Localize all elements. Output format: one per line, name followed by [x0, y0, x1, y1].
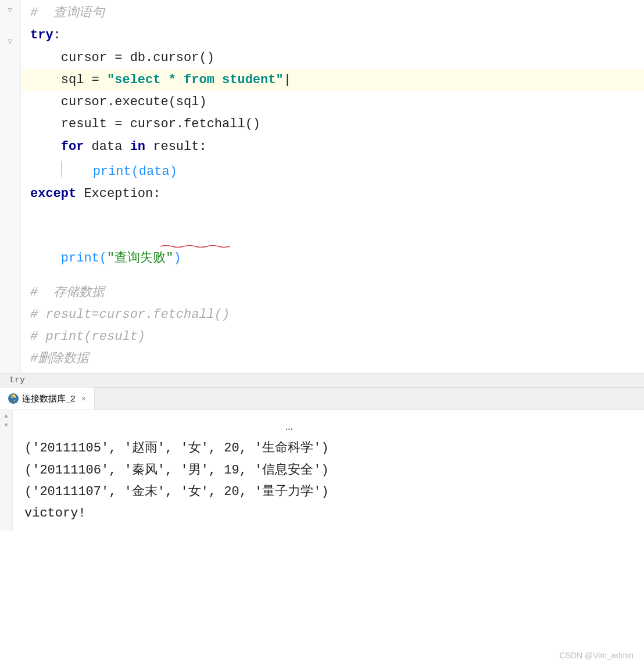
- comment-store-text: # 存储数据: [30, 282, 105, 303]
- kw-in: in: [130, 137, 145, 157]
- output-scroll-gutter: ▲ ▼: [0, 410, 13, 530]
- comment-query-text: # 查询语句: [30, 3, 105, 24]
- wavy-underline: [160, 184, 237, 247]
- kw-try: try: [30, 25, 53, 46]
- comment-print-text: # print(result): [30, 327, 145, 347]
- comment-delete-text: #删除数据: [30, 349, 89, 370]
- indent-1d: [30, 114, 61, 135]
- indent-bar: [61, 161, 62, 177]
- colon-try: :: [53, 25, 61, 46]
- kw-for: for: [61, 137, 84, 157]
- except-class: Exception:: [76, 184, 160, 205]
- tab-close-btn[interactable]: ×: [81, 394, 86, 403]
- python-icon: [8, 393, 19, 404]
- scroll-up-icon[interactable]: ▲: [4, 413, 8, 419]
- line-except: except Exception:: [30, 183, 644, 248]
- svg-point-1: [12, 396, 13, 397]
- indent-1f: [30, 248, 61, 269]
- comment-fetchall-text: # result=cursor.fetchall(): [30, 304, 230, 325]
- output-content-area: ▲ ▼ … ('20111105', '赵雨', '女', 20, '生命科学'…: [0, 410, 644, 530]
- for-result: result:: [145, 137, 207, 157]
- line-comment-print: # print(result): [30, 326, 644, 348]
- output-text: … ('20111105', '赵雨', '女', 20, '生命科学') ('…: [13, 410, 644, 530]
- scroll-down-icon[interactable]: ▼: [4, 422, 8, 429]
- output-line-3: ('20111107', '金末', '女', 20, '量子力学'): [24, 481, 632, 503]
- execute-text: cursor.execute(sql): [61, 92, 207, 113]
- watermark: CSDN @Vim_admin: [559, 651, 634, 660]
- output-line-2: ('20111106', '秦风', '男', 19, '信息安全'): [24, 460, 632, 481]
- output-panel: 连接数据库_2 × ▲ ▼ … ('20111105', '赵雨', '女', …: [0, 388, 644, 530]
- line-execute: cursor.execute(sql): [30, 91, 644, 113]
- svg-point-2: [14, 400, 15, 401]
- output-line-victory: victory!: [24, 503, 632, 524]
- line-sql-assign: sql = "select * from student"|: [21, 69, 644, 91]
- section-gap-1: [30, 270, 644, 282]
- line-fetchall: result = cursor.fetchall(): [30, 113, 644, 135]
- app-container: ▽ ▽ # 查询语句 try: cursor = db.cursor() s: [0, 0, 644, 667]
- indent-1a: [30, 48, 61, 69]
- sql-assign-normal: sql =: [61, 70, 107, 91]
- output-line-partial: …: [24, 416, 632, 438]
- indent-1c: [30, 92, 61, 113]
- code-editor[interactable]: # 查询语句 try: cursor = db.cursor() sql = "…: [21, 0, 644, 373]
- cursor-caret: |: [284, 70, 291, 91]
- left-gutter: ▽ ▽: [0, 0, 21, 373]
- tab-name: 连接数据库_2: [22, 393, 76, 404]
- fetchall-text: result = cursor.fetchall(): [61, 114, 260, 135]
- line-comment-delete: #删除数据: [30, 348, 644, 370]
- cursor-assign-text: cursor = db.cursor(): [61, 48, 214, 69]
- indent-2b: [62, 162, 93, 182]
- indent-2a: [30, 162, 61, 182]
- status-bar: try: [0, 373, 644, 388]
- line-comment-query: # 查询语句: [30, 2, 644, 24]
- line-comment-fetchall: # result=cursor.fetchall(): [30, 304, 644, 326]
- kw-except: except: [30, 184, 76, 205]
- fold-icon-2[interactable]: ▽: [8, 37, 13, 46]
- line-for: for data in result:: [30, 136, 644, 158]
- line-try: try:: [30, 24, 644, 46]
- status-text: try: [9, 375, 25, 385]
- print-fail-close: ): [173, 248, 181, 269]
- output-tab[interactable]: 连接数据库_2 ×: [0, 388, 95, 410]
- line-comment-store: # 存储数据: [30, 282, 644, 304]
- print-fail-str: "查询失败": [107, 248, 173, 269]
- output-line-1: ('20111105', '赵雨', '女', 20, '生命科学'): [24, 438, 632, 459]
- fold-icon-1[interactable]: ▽: [8, 5, 13, 15]
- for-data: data: [84, 137, 130, 157]
- line-cursor-assign: cursor = db.cursor(): [30, 47, 644, 69]
- indent-1e: [30, 137, 61, 157]
- editor-area: ▽ ▽ # 查询语句 try: cursor = db.cursor() s: [0, 0, 644, 373]
- output-tab-bar: 连接数据库_2 ×: [0, 388, 644, 410]
- line-print-data: print(data): [30, 158, 644, 183]
- line-print-fail: print("查询失败"): [30, 248, 644, 270]
- sql-string: "select * from student": [107, 70, 284, 91]
- print-fail-func: print(: [61, 248, 107, 269]
- indent-1b: [30, 70, 61, 91]
- print-data-text: print(data): [93, 162, 177, 182]
